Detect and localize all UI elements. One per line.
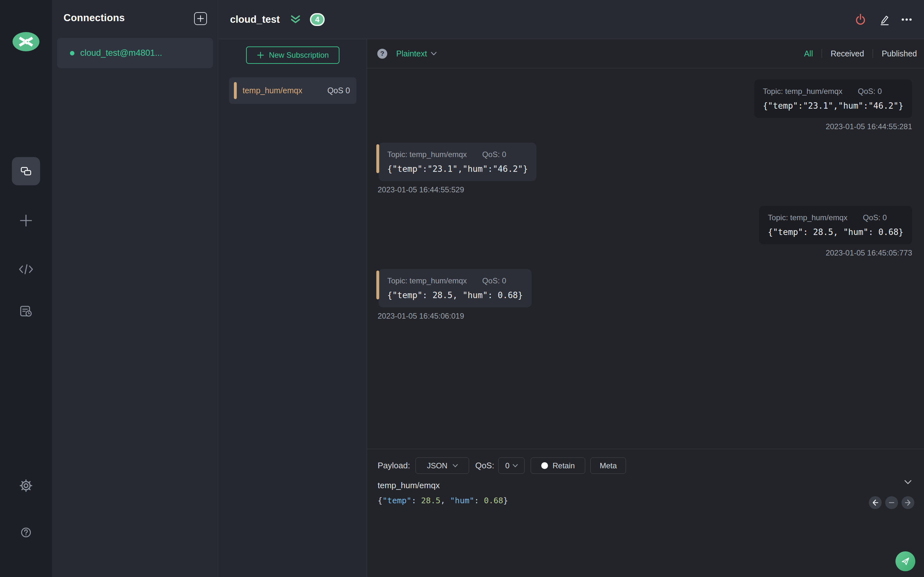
nav-script[interactable] xyxy=(18,262,34,276)
nav-settings[interactable] xyxy=(19,478,33,493)
ellipsis-icon xyxy=(900,13,913,26)
connection-status-dot xyxy=(70,51,74,55)
connection-name: cloud_test@m4801... xyxy=(80,48,162,58)
message-topic: Topic: temp_hum/emqx xyxy=(763,87,843,96)
subscription-qos: QoS 0 xyxy=(327,86,350,95)
composer-payload-editor[interactable]: {"temp": 28.5, "hum": 0.68} xyxy=(378,496,924,505)
scroll-to-bottom-button[interactable] xyxy=(289,14,302,25)
message-bubble[interactable]: Topic: temp_hum/emqx QoS: 0 {"temp": 28.… xyxy=(759,206,912,244)
composer-topic-input[interactable]: temp_hum/emqx xyxy=(378,480,440,490)
retain-toggle[interactable]: Retain xyxy=(531,458,585,474)
message-meta: Topic: temp_hum/emqx QoS: 0 xyxy=(387,276,523,285)
connection-item[interactable]: cloud_test@m4801... xyxy=(57,38,213,68)
chevron-down-icon xyxy=(453,464,458,467)
mqttx-logo-icon xyxy=(18,36,34,47)
tab-received[interactable]: Received xyxy=(830,49,864,58)
publish-composer: Payload: JSON QoS: 0 xyxy=(367,449,924,577)
connections-panel: Connections cloud_test@m4801... xyxy=(52,0,218,577)
nav-help[interactable] xyxy=(21,527,31,538)
nav-connections[interactable] xyxy=(12,157,40,185)
new-subscription-button[interactable]: New Subscription xyxy=(246,47,339,64)
new-subscription-label: New Subscription xyxy=(269,51,329,60)
minus-icon xyxy=(888,499,895,506)
nav-log[interactable] xyxy=(19,304,33,319)
log-icon xyxy=(19,304,33,319)
message-bubble[interactable]: Topic: temp_hum/emqx QoS: 0 {"temp": 28.… xyxy=(379,269,531,308)
message-payload: {"temp":"23.1","hum":"46.2"} xyxy=(763,101,903,111)
subscription-topic: temp_hum/emqx xyxy=(242,86,302,95)
tab-divider xyxy=(822,49,822,58)
arrow-left-icon xyxy=(872,499,879,506)
code-icon xyxy=(18,263,34,276)
message-qos: QoS: 0 xyxy=(482,150,506,159)
message-direction-tabs: All Received Published xyxy=(804,49,917,58)
subscription-color-bar xyxy=(376,271,379,300)
tab-all[interactable]: All xyxy=(804,49,813,58)
message-payload: {"temp":"23.1","hum":"46.2"} xyxy=(387,164,528,174)
message-qos: QoS: 0 xyxy=(863,213,887,222)
message-topic: Topic: temp_hum/emqx xyxy=(387,150,467,159)
qos-label: QoS: xyxy=(475,461,494,471)
payload-format-dropdown[interactable]: JSON xyxy=(415,458,469,474)
payload-format-select[interactable]: Plaintext xyxy=(396,49,437,58)
message-list[interactable]: Topic: temp_hum/emqx QoS: 0 {"temp":"23.… xyxy=(367,68,924,449)
message-bubble[interactable]: Topic: temp_hum/emqx QoS: 0 {"temp":"23.… xyxy=(754,79,912,118)
arrow-right-icon xyxy=(905,499,911,506)
message-meta: Topic: temp_hum/emqx QoS: 0 xyxy=(768,213,903,222)
pencil-icon xyxy=(877,13,890,26)
collapse-composer-button[interactable] xyxy=(904,480,912,484)
payload-token: { xyxy=(378,496,383,505)
new-message-count-badge[interactable]: 4 xyxy=(310,13,325,26)
app-rail xyxy=(0,0,52,577)
history-clear-button[interactable] xyxy=(885,496,898,509)
subscription-color-bar xyxy=(234,82,237,99)
message-bubble[interactable]: Topic: temp_hum/emqx QoS: 0 {"temp":"23.… xyxy=(379,143,536,181)
tab-published[interactable]: Published xyxy=(882,49,917,58)
message-timestamp: 2023-01-05 16:45:06:019 xyxy=(378,311,464,321)
message-topic: Topic: temp_hum/emqx xyxy=(768,213,847,222)
plus-icon xyxy=(257,51,264,59)
message-received: Topic: temp_hum/emqx QoS: 0 {"temp": 28.… xyxy=(376,269,912,321)
payload-token: , xyxy=(441,496,450,505)
qos-selected: 0 xyxy=(505,461,509,470)
send-icon xyxy=(900,556,911,566)
payload-label: Payload: xyxy=(378,461,410,471)
connections-title: Connections xyxy=(63,12,125,24)
meta-button[interactable]: Meta xyxy=(590,458,626,474)
connection-title: cloud_test xyxy=(230,14,280,25)
payload-format-help-icon[interactable]: ? xyxy=(377,49,387,59)
disconnect-button[interactable] xyxy=(854,13,867,26)
history-prev-button[interactable] xyxy=(869,496,882,509)
plus-icon xyxy=(197,15,204,22)
subscription-item[interactable]: temp_hum/emqx QoS 0 xyxy=(229,77,357,104)
power-icon xyxy=(854,13,867,26)
mqttx-logo xyxy=(13,32,39,51)
message-timestamp: 2023-01-05 16:44:55:529 xyxy=(378,185,464,194)
message-qos: QoS: 0 xyxy=(482,276,506,285)
send-button[interactable] xyxy=(895,551,915,571)
message-payload: {"temp": 28.5, "hum": 0.68} xyxy=(387,290,523,300)
connections-icon xyxy=(19,164,33,178)
message-timestamp: 2023-01-05 16:44:55:281 xyxy=(825,122,912,131)
payload-token: : xyxy=(474,496,484,505)
add-connection-button[interactable] xyxy=(194,12,207,25)
chevron-down-icon xyxy=(513,464,518,467)
payload-format-selected: JSON xyxy=(427,461,447,470)
subscription-color-bar xyxy=(376,144,379,173)
payload-token: "temp" xyxy=(383,496,411,505)
payload-token: : xyxy=(411,496,421,505)
message-meta: Topic: temp_hum/emqx QoS: 0 xyxy=(387,150,528,159)
history-next-button[interactable] xyxy=(901,496,914,509)
payload-token: } xyxy=(503,496,508,505)
subscriptions-column: New Subscription temp_hum/emqx QoS 0 xyxy=(218,39,367,577)
composer-controls: Payload: JSON QoS: 0 xyxy=(378,458,924,474)
message-timestamp: 2023-01-05 16:45:05:773 xyxy=(825,248,912,258)
gear-icon xyxy=(19,478,33,493)
composer-topic-row: temp_hum/emqx xyxy=(378,480,924,490)
main-area: cloud_test 4 xyxy=(218,0,924,577)
more-options-button[interactable] xyxy=(900,13,913,26)
nav-new-connection[interactable] xyxy=(18,213,34,228)
titlebar-actions xyxy=(854,13,913,26)
edit-connection-button[interactable] xyxy=(877,13,890,26)
qos-dropdown[interactable]: 0 xyxy=(498,458,525,474)
